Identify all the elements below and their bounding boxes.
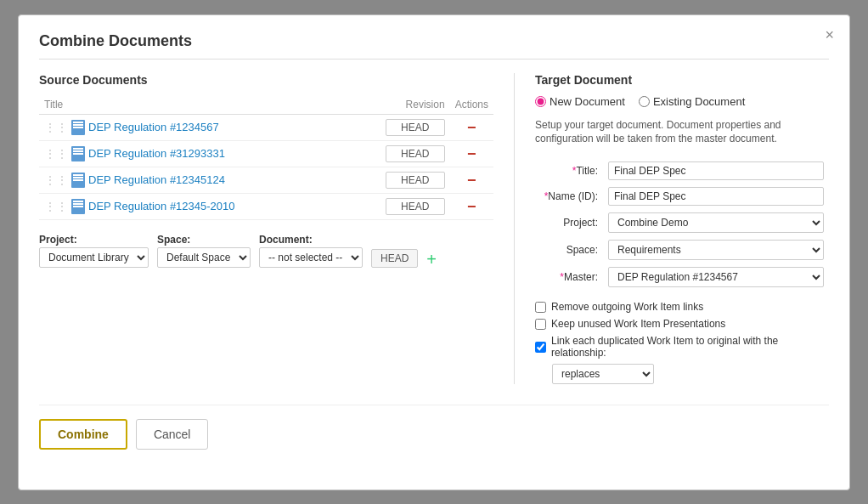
- master-select[interactable]: DEP Regulation #1234567: [608, 267, 824, 287]
- document-filter-row: Project: Document Library Space: Default…: [39, 234, 493, 268]
- combine-button[interactable]: Combine: [39, 419, 127, 450]
- link-duplicated-row: Link each duplicated Work Item to origin…: [535, 335, 829, 359]
- drag-handle[interactable]: ⋮⋮: [44, 173, 71, 187]
- col-actions: Actions: [450, 95, 493, 115]
- new-document-radio[interactable]: [535, 96, 546, 107]
- document-icon: [71, 146, 85, 161]
- document-icon: [71, 120, 85, 135]
- space-filter-group: Space: Default Space: [157, 234, 251, 268]
- document-icon: [71, 173, 85, 188]
- col-title: Title: [39, 95, 380, 115]
- title-input[interactable]: [608, 161, 824, 180]
- cancel-button[interactable]: Cancel: [136, 419, 209, 450]
- keep-unused-row: Keep unused Work Item Presentations: [535, 318, 829, 330]
- revision-input[interactable]: [386, 145, 445, 162]
- document-filter-select[interactable]: -- not selected --: [259, 247, 363, 268]
- table-row: ⋮⋮ DEP Regulation #31293331 −: [39, 140, 493, 167]
- table-row: ⋮⋮ DEP Regulation #12345-2010 −: [39, 193, 493, 219]
- space-filter-label: Space:: [157, 234, 251, 246]
- remove-outgoing-checkbox[interactable]: [535, 302, 546, 313]
- project-field-row: Project: Combine Demo: [535, 209, 829, 236]
- source-section-title: Source Documents: [39, 73, 493, 87]
- link-duplicated-label: Link each duplicated Work Item to origin…: [551, 335, 829, 359]
- name-field-row: *Name (ID):: [535, 184, 829, 209]
- source-documents-panel: Source Documents Title Revision Actions …: [39, 73, 515, 385]
- document-type-radio-group: New Document Existing Document: [535, 95, 829, 108]
- document-link[interactable]: DEP Regulation #12345124: [88, 173, 225, 186]
- add-document-button[interactable]: +: [426, 251, 437, 268]
- project-filter-select[interactable]: Document Library: [39, 247, 149, 268]
- title-field-row: *Title:: [535, 158, 829, 184]
- table-row: ⋮⋮ DEP Regulation #1234567 −: [39, 114, 493, 140]
- name-input[interactable]: [608, 187, 824, 206]
- document-link[interactable]: DEP Regulation #1234567: [88, 121, 219, 133]
- document-filter-label: Document:: [259, 234, 363, 246]
- existing-document-radio-label[interactable]: Existing Document: [639, 95, 745, 108]
- keep-unused-label: Keep unused Work Item Presentations: [551, 318, 725, 330]
- drag-handle[interactable]: ⋮⋮: [44, 147, 71, 161]
- project-label: Project:: [535, 209, 603, 236]
- space-select[interactable]: Requirements: [608, 240, 824, 260]
- existing-document-radio[interactable]: [639, 96, 650, 107]
- space-filter-select[interactable]: Default Space: [157, 247, 251, 268]
- source-documents-table: Title Revision Actions ⋮⋮ DEP Regulation…: [39, 95, 493, 220]
- existing-document-label: Existing Document: [653, 95, 745, 108]
- link-duplicated-checkbox[interactable]: [535, 342, 546, 353]
- title-label: *Title:: [535, 158, 603, 184]
- document-link[interactable]: DEP Regulation #31293331: [88, 147, 225, 160]
- project-select[interactable]: Combine Demo: [608, 212, 824, 233]
- remove-row-button[interactable]: −: [467, 199, 476, 214]
- dialog-title: Combine Documents: [39, 32, 829, 59]
- space-field-row: Space: Requirements: [535, 236, 829, 263]
- drag-handle[interactable]: ⋮⋮: [44, 121, 71, 134]
- head-button[interactable]: HEAD: [371, 249, 418, 268]
- document-link[interactable]: DEP Regulation #12345-2010: [88, 200, 235, 212]
- remove-outgoing-label: Remove outgoing Work Item links: [551, 301, 703, 313]
- remove-row-button[interactable]: −: [467, 120, 476, 135]
- revision-input[interactable]: [386, 119, 445, 136]
- keep-unused-checkbox[interactable]: [535, 319, 546, 330]
- document-filter-group: Document: -- not selected --: [259, 234, 363, 268]
- target-section-title: Target Document: [535, 73, 829, 87]
- name-label: *Name (ID):: [535, 184, 603, 209]
- dialog-footer: Combine Cancel: [39, 405, 829, 450]
- target-document-panel: Target Document New Document Existing Do…: [515, 73, 829, 385]
- revision-input[interactable]: [386, 172, 445, 189]
- col-revision: Revision: [380, 95, 450, 115]
- remove-row-button[interactable]: −: [467, 146, 476, 161]
- master-label: *Master:: [535, 263, 603, 291]
- combine-documents-dialog: Combine Documents × Source Documents Tit…: [18, 14, 850, 490]
- remove-outgoing-row: Remove outgoing Work Item links: [535, 301, 829, 313]
- remove-row-button[interactable]: −: [467, 173, 476, 188]
- new-document-label: New Document: [550, 95, 625, 108]
- relationship-select[interactable]: replaces: [552, 364, 654, 384]
- close-button[interactable]: ×: [825, 27, 834, 42]
- master-field-row: *Master: DEP Regulation #1234567: [535, 263, 829, 291]
- revision-input[interactable]: [386, 198, 445, 215]
- new-document-radio-label[interactable]: New Document: [535, 95, 625, 108]
- document-icon: [71, 199, 85, 214]
- target-form-table: *Title: *Name (ID): Project: Combine: [535, 158, 829, 291]
- project-filter-label: Project:: [39, 234, 149, 246]
- target-description: Setup your target document. Document pro…: [535, 118, 829, 147]
- project-filter-group: Project: Document Library: [39, 234, 149, 268]
- space-label: Space:: [535, 236, 603, 263]
- table-row: ⋮⋮ DEP Regulation #12345124 −: [39, 167, 493, 193]
- drag-handle[interactable]: ⋮⋮: [44, 200, 71, 213]
